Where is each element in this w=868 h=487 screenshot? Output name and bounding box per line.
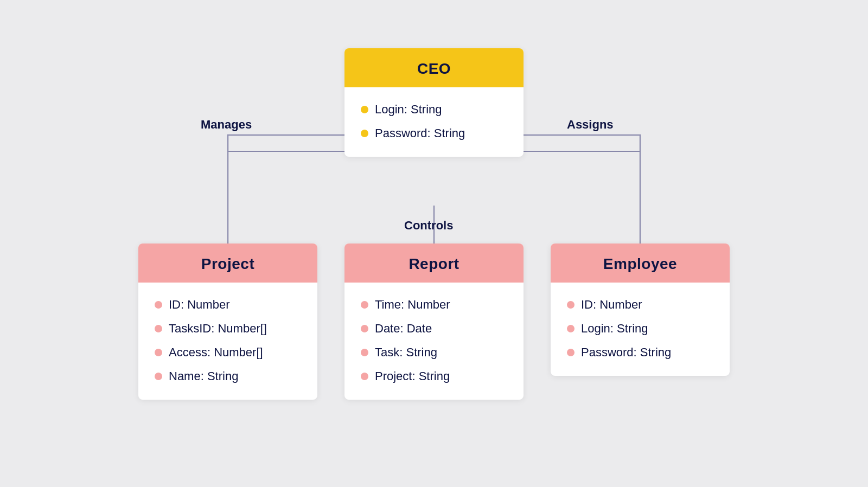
proj-bullet-2 <box>155 349 162 356</box>
project-field-1: TasksID: Number[] <box>155 322 301 336</box>
emp-bullet-2 <box>567 349 575 356</box>
report-field-1: Date: Date <box>361 322 507 336</box>
emp-label-0: ID: Number <box>581 298 642 312</box>
rep-label-2: Task: String <box>375 345 437 360</box>
employee-body: ID: Number Login: String Password: Strin… <box>551 283 730 376</box>
project-header: Project <box>138 244 317 283</box>
ceo-title: CEO <box>417 60 451 77</box>
project-card: Project ID: Number TasksID: Number[] Acc… <box>138 244 317 400</box>
rep-bullet-3 <box>361 373 368 380</box>
report-field-0: Time: Number <box>361 298 507 312</box>
employee-header: Employee <box>551 244 730 283</box>
report-field-2: Task: String <box>361 345 507 360</box>
rep-bullet-1 <box>361 325 368 332</box>
ceo-field-1: Password: String <box>361 126 507 140</box>
proj-label-3: Name: String <box>169 369 238 383</box>
emp-bullet-0 <box>567 301 575 309</box>
report-body: Time: Number Date: Date Task: String Pro… <box>344 283 524 400</box>
rep-bullet-0 <box>361 301 368 309</box>
ceo-bullet-0 <box>361 106 368 113</box>
report-title: Report <box>409 255 459 272</box>
diagram: CEO Login: String Password: String Manag… <box>54 27 814 460</box>
project-field-2: Access: Number[] <box>155 345 301 360</box>
proj-bullet-1 <box>155 325 162 332</box>
report-field-3: Project: String <box>361 369 507 383</box>
ceo-body: Login: String Password: String <box>344 87 524 157</box>
proj-bullet-0 <box>155 301 162 309</box>
proj-label-2: Access: Number[] <box>169 345 263 360</box>
proj-bullet-3 <box>155 373 162 380</box>
employee-title: Employee <box>603 255 677 272</box>
ceo-card: CEO Login: String Password: String <box>344 48 524 157</box>
project-field-3: Name: String <box>155 369 301 383</box>
rep-bullet-2 <box>361 349 368 356</box>
project-field-0: ID: Number <box>155 298 301 312</box>
ceo-header: CEO <box>344 48 524 87</box>
ceo-bullet-1 <box>361 130 368 137</box>
report-card: Report Time: Number Date: Date Task: Str… <box>344 244 524 400</box>
rep-label-3: Project: String <box>375 369 450 383</box>
ceo-field-0: Login: String <box>361 102 507 117</box>
manages-label: Manages <box>201 118 252 132</box>
project-body: ID: Number TasksID: Number[] Access: Num… <box>138 283 317 400</box>
controls-label: Controls <box>404 219 453 233</box>
ceo-field-label-1: Password: String <box>375 126 465 140</box>
emp-label-1: Login: String <box>581 322 648 336</box>
assigns-label: Assigns <box>567 118 614 132</box>
emp-bullet-1 <box>567 325 575 332</box>
employee-field-1: Login: String <box>567 322 713 336</box>
proj-label-1: TasksID: Number[] <box>169 322 267 336</box>
rep-label-1: Date: Date <box>375 322 432 336</box>
project-title: Project <box>201 255 254 272</box>
employee-field-0: ID: Number <box>567 298 713 312</box>
employee-field-2: Password: String <box>567 345 713 360</box>
rep-label-0: Time: Number <box>375 298 450 312</box>
employee-card: Employee ID: Number Login: String Passwo… <box>551 244 730 376</box>
ceo-field-label-0: Login: String <box>375 102 442 117</box>
proj-label-0: ID: Number <box>169 298 229 312</box>
report-header: Report <box>344 244 524 283</box>
emp-label-2: Password: String <box>581 345 671 360</box>
